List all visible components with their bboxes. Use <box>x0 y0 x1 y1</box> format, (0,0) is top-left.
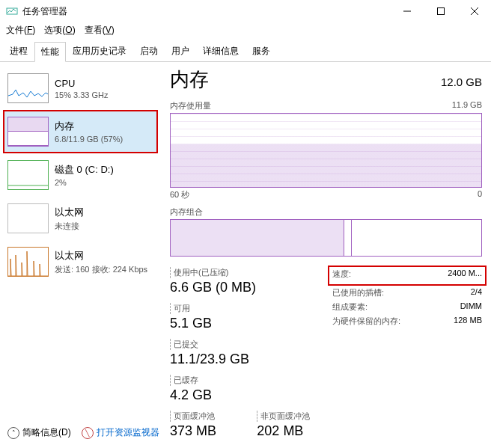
sidebar-item-sub: 6.8/11.9 GB (57%) <box>55 135 153 144</box>
in-use-label: 使用中(已压缩) <box>170 267 282 278</box>
sidebar-item-sub: 发送: 160 接收: 224 Kbps <box>55 264 153 275</box>
tab-processes[interactable]: 进程 <box>3 41 34 61</box>
sidebar-item-label: 磁盘 0 (C: D:) <box>55 163 153 177</box>
sidebar-item-ethernet-2[interactable]: 以太网 发送: 160 接收: 224 Kbps <box>3 240 158 283</box>
resmon-icon: ╲ <box>82 427 94 439</box>
sidebar-item-ethernet-1[interactable]: 以太网 未连接 <box>3 197 158 240</box>
tab-users[interactable]: 用户 <box>165 41 196 61</box>
fewer-details-label: 简略信息(D) <box>22 426 71 439</box>
sidebar-item-label: 内存 <box>55 120 153 133</box>
menu-options[interactable]: 选项(O) <box>44 24 75 37</box>
slots-value: 2/4 <box>471 287 482 298</box>
tab-services[interactable]: 服务 <box>246 41 277 61</box>
tabbar: 进程 性能 应用历史记录 启动 用户 详细信息 服务 <box>0 41 491 62</box>
main-panel: 内存 12.0 GB 内存使用量 11.9 GB 60 秒 0 内存组合 使用中… <box>161 62 491 439</box>
cached-value: 4.2 GB <box>170 387 230 403</box>
available-label: 可用 <box>170 303 230 314</box>
app-icon <box>6 5 18 17</box>
cpu-thumb <box>7 73 49 103</box>
memory-total: 12.0 GB <box>441 76 482 88</box>
memory-thumb <box>7 117 49 147</box>
sidebar-item-sub: 未连接 <box>55 221 153 232</box>
reserved-label: 为硬件保留的内存: <box>332 316 400 327</box>
nonpaged-value: 202 MB <box>257 423 310 439</box>
menu-file[interactable]: 文件(F) <box>6 24 35 37</box>
ethernet-thumb <box>7 247 49 277</box>
svg-rect-2 <box>437 8 444 15</box>
open-resmon-link[interactable]: ╲ 打开资源监视器 <box>82 426 159 439</box>
open-resmon-label: 打开资源监视器 <box>97 426 159 439</box>
tab-app-history[interactable]: 应用历史记录 <box>66 41 133 61</box>
axis-right: 0 <box>478 189 482 200</box>
memory-usage-chart[interactable] <box>170 113 482 188</box>
nonpaged-label: 非页面缓冲池 <box>257 411 310 422</box>
composition-label: 内存组合 <box>170 206 203 218</box>
sidebar-item-label: 以太网 <box>55 249 153 263</box>
sidebar-item-disk[interactable]: 磁盘 0 (C: D:) 2% <box>3 153 158 197</box>
fewer-details-button[interactable]: ˄ 简略信息(D) <box>7 426 71 439</box>
paged-value: 373 MB <box>170 423 248 439</box>
close-button[interactable] <box>457 0 491 22</box>
usage-max: 11.9 GB <box>452 100 482 111</box>
committed-label: 已提交 <box>170 339 282 350</box>
sidebar-item-cpu[interactable]: CPU 15% 3.33 GHz <box>3 67 158 110</box>
window-title: 任务管理器 <box>22 5 390 18</box>
content: CPU 15% 3.33 GHz 内存 6.8/11.9 GB (57%) 磁盘… <box>0 62 491 439</box>
page-title: 内存 <box>170 67 209 93</box>
speed-value: 2400 M... <box>448 269 482 280</box>
ethernet-thumb <box>7 203 49 233</box>
sidebar-item-label: 以太网 <box>55 206 153 219</box>
sidebar-item-sub: 2% <box>55 178 153 187</box>
hardware-info: 速度: 2400 M... 已使用的插槽: 2/4 组成要素: DIMM 为硬件… <box>332 267 482 447</box>
titlebar: 任务管理器 <box>0 0 491 22</box>
form-value: DIMM <box>460 301 482 313</box>
paged-label: 页面缓冲池 <box>170 411 248 422</box>
menubar: 文件(F) 选项(O) 查看(V) <box>0 22 491 38</box>
tab-details[interactable]: 详细信息 <box>196 41 246 61</box>
disk-thumb <box>7 160 49 190</box>
chevron-up-icon: ˄ <box>7 427 19 439</box>
in-use-value: 6.6 GB (0 MB) <box>170 280 282 295</box>
stats: 使用中(已压缩) 6.6 GB (0 MB) 可用 5.1 GB 已提交 11.… <box>170 267 482 447</box>
sidebar-item-sub: 15% 3.33 GHz <box>55 90 153 99</box>
form-label: 组成要素: <box>332 301 368 313</box>
cached-label: 已缓存 <box>170 375 230 386</box>
speed-label: 速度: <box>332 269 351 280</box>
sidebar-item-memory[interactable]: 内存 6.8/11.9 GB (57%) <box>3 110 158 153</box>
sidebar-item-label: CPU <box>55 78 153 89</box>
tab-startup[interactable]: 启动 <box>133 41 165 61</box>
window-controls <box>390 0 491 22</box>
usage-label: 内存使用量 <box>170 100 211 111</box>
committed-value: 11.1/23.9 GB <box>170 352 282 367</box>
slots-label: 已使用的插槽: <box>332 287 384 298</box>
sidebar: CPU 15% 3.33 GHz 内存 6.8/11.9 GB (57%) 磁盘… <box>0 62 161 439</box>
tab-performance[interactable]: 性能 <box>34 42 66 62</box>
minimize-button[interactable] <box>390 0 424 22</box>
footer: ˄ 简略信息(D) ╲ 打开资源监视器 <box>7 426 159 439</box>
reserved-value: 128 MB <box>454 316 482 327</box>
axis-left: 60 秒 <box>170 189 189 200</box>
menu-view[interactable]: 查看(V) <box>85 24 115 37</box>
maximize-button[interactable] <box>424 0 457 22</box>
available-value: 5.1 GB <box>170 316 230 331</box>
memory-composition-chart[interactable] <box>170 219 482 257</box>
